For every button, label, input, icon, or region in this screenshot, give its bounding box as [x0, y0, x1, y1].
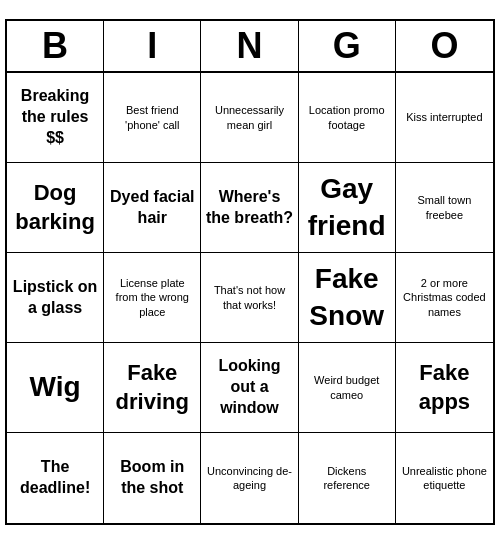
cell-text-24: Unrealistic phone etiquette: [400, 464, 489, 493]
cell-text-22: Unconvincing de-ageing: [205, 464, 293, 493]
bingo-cell-22[interactable]: Unconvincing de-ageing: [201, 433, 298, 523]
cell-text-2: Unnecessarily mean girl: [205, 103, 293, 132]
bingo-cell-9[interactable]: Small town freebee: [396, 163, 493, 253]
cell-text-15: Wig: [30, 369, 81, 405]
cell-text-3: Location promo footage: [303, 103, 391, 132]
bingo-letter-i: I: [104, 21, 201, 71]
bingo-header: BINGO: [7, 21, 493, 73]
cell-text-9: Small town freebee: [400, 193, 489, 222]
bingo-cell-10[interactable]: Lipstick on a glass: [7, 253, 104, 343]
bingo-cell-23[interactable]: Dickens reference: [299, 433, 396, 523]
cell-text-18: Weird budget cameo: [303, 373, 391, 402]
bingo-letter-b: B: [7, 21, 104, 71]
bingo-cell-21[interactable]: Boom in the shot: [104, 433, 201, 523]
bingo-cell-18[interactable]: Weird budget cameo: [299, 343, 396, 433]
cell-text-7: Where's the breath?: [205, 187, 293, 229]
cell-text-1: Best friend 'phone' call: [108, 103, 196, 132]
cell-text-20: The deadline!: [11, 457, 99, 499]
cell-text-12: That's not how that works!: [205, 283, 293, 312]
bingo-cell-7[interactable]: Where's the breath?: [201, 163, 298, 253]
cell-text-11: License plate from the wrong place: [108, 276, 196, 319]
cell-text-23: Dickens reference: [303, 464, 391, 493]
bingo-cell-20[interactable]: The deadline!: [7, 433, 104, 523]
bingo-cell-3[interactable]: Location promo footage: [299, 73, 396, 163]
bingo-cell-24[interactable]: Unrealistic phone etiquette: [396, 433, 493, 523]
bingo-letter-g: G: [299, 21, 396, 71]
bingo-cell-11[interactable]: License plate from the wrong place: [104, 253, 201, 343]
bingo-cell-6[interactable]: Dyed facial hair: [104, 163, 201, 253]
cell-text-16: Fake driving: [108, 359, 196, 416]
bingo-cell-16[interactable]: Fake driving: [104, 343, 201, 433]
bingo-letter-n: N: [201, 21, 298, 71]
bingo-cell-15[interactable]: Wig: [7, 343, 104, 433]
bingo-cell-13[interactable]: Fake Snow: [299, 253, 396, 343]
cell-text-13: Fake Snow: [303, 261, 391, 334]
bingo-card: BINGO Breaking the rules $$Best friend '…: [5, 19, 495, 525]
bingo-cell-2[interactable]: Unnecessarily mean girl: [201, 73, 298, 163]
cell-text-5: Dog barking: [11, 179, 99, 236]
bingo-letter-o: O: [396, 21, 493, 71]
cell-text-10: Lipstick on a glass: [11, 277, 99, 319]
cell-text-6: Dyed facial hair: [108, 187, 196, 229]
bingo-cell-19[interactable]: Fake apps: [396, 343, 493, 433]
cell-text-17: Looking out a window: [205, 356, 293, 418]
bingo-grid: Breaking the rules $$Best friend 'phone'…: [7, 73, 493, 523]
cell-text-14: 2 or more Christmas coded names: [400, 276, 489, 319]
cell-text-19: Fake apps: [400, 359, 489, 416]
bingo-cell-4[interactable]: Kiss interrupted: [396, 73, 493, 163]
cell-text-0: Breaking the rules $$: [11, 86, 99, 148]
bingo-cell-12[interactable]: That's not how that works!: [201, 253, 298, 343]
bingo-cell-0[interactable]: Breaking the rules $$: [7, 73, 104, 163]
cell-text-8: Gay friend: [303, 171, 391, 244]
cell-text-4: Kiss interrupted: [406, 110, 482, 124]
bingo-cell-5[interactable]: Dog barking: [7, 163, 104, 253]
cell-text-21: Boom in the shot: [108, 457, 196, 499]
bingo-cell-14[interactable]: 2 or more Christmas coded names: [396, 253, 493, 343]
bingo-cell-8[interactable]: Gay friend: [299, 163, 396, 253]
bingo-cell-17[interactable]: Looking out a window: [201, 343, 298, 433]
bingo-cell-1[interactable]: Best friend 'phone' call: [104, 73, 201, 163]
